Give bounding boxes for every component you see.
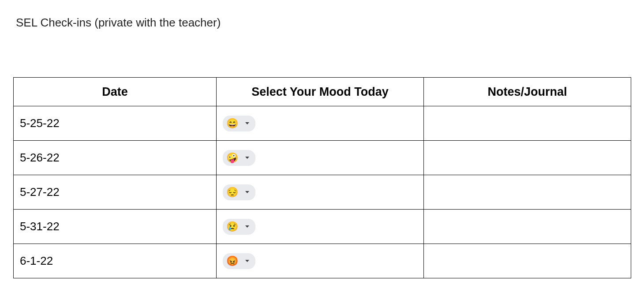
checkin-table-wrap: Date Select Your Mood Today Notes/Journa… — [13, 77, 631, 278]
notes-cell[interactable] — [424, 175, 631, 210]
chevron-down-icon — [245, 225, 249, 228]
mood-dropdown[interactable]: 😄 — [223, 116, 255, 131]
chevron-down-icon — [245, 157, 249, 159]
mood-cell: 🤪 — [217, 141, 424, 175]
table-header-row: Date Select Your Mood Today Notes/Journa… — [14, 78, 631, 106]
mood-dropdown[interactable]: 🤪 — [223, 150, 255, 166]
col-header-date: Date — [14, 78, 217, 106]
zany-face-icon: 🤪 — [226, 153, 238, 163]
table-row: 5-31-22 😢 — [14, 210, 631, 244]
date-cell[interactable]: 5-25-22 — [14, 106, 217, 141]
page-title: SEL Check-ins (private with the teacher) — [16, 16, 631, 30]
notes-cell[interactable] — [424, 244, 631, 278]
date-cell[interactable]: 5-26-22 — [14, 141, 217, 175]
pouting-face-icon: 😡 — [226, 256, 238, 266]
mood-cell: 😄 — [217, 106, 424, 141]
table-row: 5-25-22 😄 — [14, 106, 631, 141]
mood-cell: 😢 — [217, 210, 424, 244]
col-header-notes: Notes/Journal — [424, 78, 631, 106]
date-cell[interactable]: 5-27-22 — [14, 175, 217, 210]
date-cell[interactable]: 5-31-22 — [14, 210, 217, 244]
mood-cell: 😡 — [217, 244, 424, 278]
col-header-mood: Select Your Mood Today — [217, 78, 424, 106]
table-row: 5-26-22 🤪 — [14, 141, 631, 175]
date-cell[interactable]: 6-1-22 — [14, 244, 217, 278]
mood-cell: 😔 — [217, 175, 424, 210]
chevron-down-icon — [245, 191, 249, 194]
checkin-table: Date Select Your Mood Today Notes/Journa… — [13, 77, 631, 278]
crying-face-icon: 😢 — [226, 222, 238, 232]
notes-cell[interactable] — [424, 210, 631, 244]
chevron-down-icon — [245, 122, 249, 125]
chevron-down-icon — [245, 260, 249, 262]
table-row: 5-27-22 😔 — [14, 175, 631, 210]
mood-dropdown[interactable]: 😢 — [223, 219, 255, 235]
notes-cell[interactable] — [424, 106, 631, 141]
mood-dropdown[interactable]: 😡 — [223, 253, 255, 269]
mood-dropdown[interactable]: 😔 — [223, 184, 255, 200]
notes-cell[interactable] — [424, 141, 631, 175]
beaming-face-icon: 😄 — [226, 119, 238, 128]
table-row: 6-1-22 😡 — [14, 244, 631, 278]
pensive-face-icon: 😔 — [226, 188, 238, 197]
